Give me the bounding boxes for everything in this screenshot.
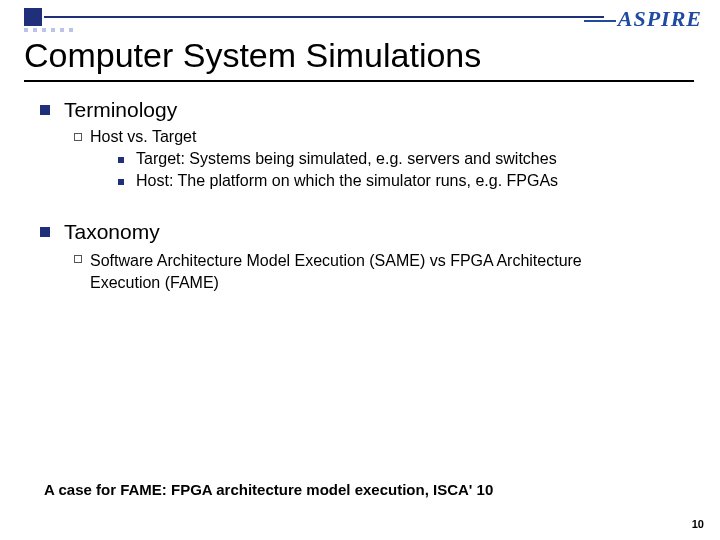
title-underline xyxy=(24,80,694,82)
heading-text: Taxonomy xyxy=(64,220,160,244)
item-target: Target: Systems being simulated, e.g. se… xyxy=(118,150,690,168)
sub-label: Software Architecture Model Execution (S… xyxy=(90,250,650,293)
deco-line xyxy=(44,16,604,18)
square-bullet-icon xyxy=(40,105,50,115)
header-decoration xyxy=(24,8,604,26)
subbullet-host-target: Host vs. Target xyxy=(74,128,690,146)
slide-title: Computer System Simulations xyxy=(24,36,481,75)
bullet-taxonomy: Taxonomy xyxy=(40,220,690,244)
slide-content: Terminology Host vs. Target Target: Syst… xyxy=(40,98,690,293)
hollow-bullet-icon xyxy=(74,133,82,141)
small-square-bullet-icon xyxy=(118,179,124,185)
deco-square-icon xyxy=(24,8,42,26)
item-text: Host: The platform on which the simulato… xyxy=(136,172,558,190)
item-host: Host: The platform on which the simulato… xyxy=(118,172,690,190)
deco-dots xyxy=(24,28,73,32)
bullet-terminology: Terminology xyxy=(40,98,690,122)
item-text: Target: Systems being simulated, e.g. se… xyxy=(136,150,557,168)
heading-text: Terminology xyxy=(64,98,177,122)
small-square-bullet-icon xyxy=(118,157,124,163)
footnote-citation: A case for FAME: FPGA architecture model… xyxy=(44,481,493,498)
hollow-bullet-icon xyxy=(74,255,82,263)
subbullet-same-fame: Software Architecture Model Execution (S… xyxy=(74,250,690,293)
sub-label: Host vs. Target xyxy=(90,128,196,146)
square-bullet-icon xyxy=(40,227,50,237)
aspire-logo: ASPIRE xyxy=(584,6,702,32)
page-number: 10 xyxy=(692,518,704,530)
